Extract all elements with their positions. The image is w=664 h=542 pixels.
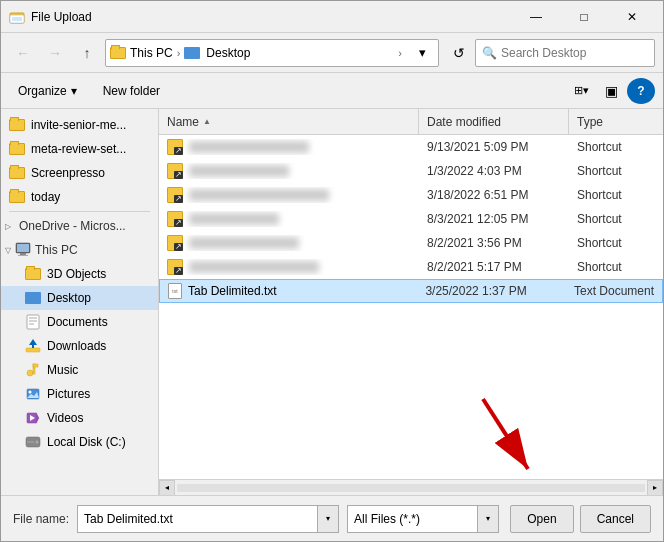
documents-icon xyxy=(25,314,41,330)
file-date-cell: 8/2/2021 5:17 PM xyxy=(419,260,569,274)
organize-button[interactable]: Organize ▾ xyxy=(9,78,86,104)
file-list: 9/13/2021 5:09 PM Shortcut 1/3/2022 4:03… xyxy=(159,135,663,479)
filetype-select[interactable]: All Files (*.*) xyxy=(347,505,477,533)
open-button[interactable]: Open xyxy=(510,505,573,533)
sidebar-item-invite-senior[interactable]: invite-senior-me... xyxy=(1,113,158,137)
file-type-cell: Shortcut xyxy=(569,140,663,154)
blurred-filename xyxy=(189,141,309,153)
videos-icon xyxy=(25,410,41,426)
pictures-icon xyxy=(25,386,41,402)
sidebar-item-downloads[interactable]: Downloads xyxy=(1,334,158,358)
blurred-filename xyxy=(189,165,289,177)
dialog-icon xyxy=(9,9,25,25)
sidebar-item-today[interactable]: today xyxy=(1,185,158,209)
filetype-wrapper: All Files (*.*) ▾ xyxy=(347,505,499,533)
scroll-track[interactable] xyxy=(177,484,645,492)
sidebar-item-3d-objects[interactable]: 3D Objects xyxy=(1,262,158,286)
file-name-cell: txt Tab Delimited.txt xyxy=(160,283,417,299)
folder-icon xyxy=(25,266,41,282)
sidebar-item-meta-review[interactable]: meta-review-set... xyxy=(1,137,158,161)
svg-rect-7 xyxy=(27,315,39,329)
sidebar-onedrive[interactable]: ▷ OneDrive - Micros... xyxy=(1,214,158,238)
filename-dropdown-button[interactable]: ▾ xyxy=(317,505,339,533)
file-list-header: Name ▲ Date modified Type xyxy=(159,109,663,135)
search-input[interactable] xyxy=(501,46,651,60)
column-date-modified[interactable]: Date modified xyxy=(419,109,569,134)
svg-point-14 xyxy=(27,370,33,376)
search-icon: 🔍 xyxy=(482,46,497,60)
address-bar: This PC › Desktop › ▾ xyxy=(105,39,439,67)
svg-point-18 xyxy=(29,391,32,394)
file-type-cell: Shortcut xyxy=(569,164,663,178)
help-button[interactable]: ? xyxy=(627,78,655,104)
column-name[interactable]: Name ▲ xyxy=(159,109,419,134)
address-separator-2: › xyxy=(398,47,402,59)
svg-point-24 xyxy=(36,441,39,444)
file-date-cell: 3/25/2022 1:37 PM xyxy=(417,284,566,298)
forward-button[interactable]: → xyxy=(41,39,69,67)
column-type[interactable]: Type xyxy=(569,109,663,134)
file-type-cell: Text Document xyxy=(566,284,662,298)
svg-rect-16 xyxy=(33,364,38,367)
desktop-small-icon xyxy=(184,47,200,59)
svg-rect-6 xyxy=(18,255,28,256)
file-upload-dialog: File Upload — □ ✕ ← → ↑ This PC › Deskto… xyxy=(0,0,664,542)
preview-pane-button[interactable]: ▣ xyxy=(597,78,625,104)
sidebar-item-music[interactable]: Music xyxy=(1,358,158,382)
new-folder-button[interactable]: New folder xyxy=(94,78,169,104)
shortcut-icon xyxy=(167,187,183,203)
shortcut-icon xyxy=(167,163,183,179)
navigation-toolbar: ← → ↑ This PC › Desktop › ▾ ↺ 🔍 xyxy=(1,33,663,73)
folder-icon xyxy=(9,165,25,181)
sidebar-item-desktop[interactable]: Desktop xyxy=(1,286,158,310)
view-options-button[interactable]: ⊞▾ xyxy=(567,78,595,104)
hdd-icon xyxy=(25,434,41,450)
up-button[interactable]: ↑ xyxy=(73,39,101,67)
title-bar: File Upload — □ ✕ xyxy=(1,1,663,33)
scroll-right-button[interactable]: ▸ xyxy=(647,480,663,496)
table-row[interactable]: 8/3/2021 12:05 PM Shortcut xyxy=(159,207,663,231)
file-date-cell: 8/2/2021 3:56 PM xyxy=(419,236,569,250)
table-row[interactable]: 8/2/2021 5:17 PM Shortcut xyxy=(159,255,663,279)
refresh-button[interactable]: ↺ xyxy=(447,41,471,65)
svg-rect-11 xyxy=(26,348,40,352)
folder-icon xyxy=(9,117,25,133)
svg-rect-5 xyxy=(20,253,26,255)
filetype-dropdown-button[interactable]: ▾ xyxy=(477,505,499,533)
file-date-cell: 1/3/2022 4:03 PM xyxy=(419,164,569,178)
table-row[interactable]: 1/3/2022 4:03 PM Shortcut xyxy=(159,159,663,183)
scroll-left-button[interactable]: ◂ xyxy=(159,480,175,496)
table-row[interactable]: 9/13/2021 5:09 PM Shortcut xyxy=(159,135,663,159)
sidebar-item-documents[interactable]: Documents xyxy=(1,310,158,334)
address-dropdown-button[interactable]: ▾ xyxy=(410,41,434,65)
address-pc-icon xyxy=(110,47,126,59)
sidebar-divider-1 xyxy=(9,211,150,212)
expand-arrow-icon: ▽ xyxy=(5,246,11,255)
table-row[interactable]: 8/2/2021 3:56 PM Shortcut xyxy=(159,231,663,255)
close-button[interactable]: ✕ xyxy=(609,2,655,32)
sidebar: invite-senior-me... meta-review-set... S… xyxy=(1,109,159,495)
dialog-title: File Upload xyxy=(31,10,513,24)
file-date-cell: 3/18/2022 6:51 PM xyxy=(419,188,569,202)
shortcut-icon xyxy=(167,259,183,275)
maximize-button[interactable]: □ xyxy=(561,2,607,32)
sidebar-this-pc[interactable]: ▽ This PC xyxy=(1,238,158,262)
music-icon xyxy=(25,362,41,378)
blurred-filename xyxy=(189,237,299,249)
sidebar-item-screenpresso[interactable]: Screenpresso xyxy=(1,161,158,185)
sidebar-item-videos[interactable]: Videos xyxy=(1,406,158,430)
table-row[interactable]: 3/18/2022 6:51 PM Shortcut xyxy=(159,183,663,207)
bottom-bar: File name: ▾ All Files (*.*) ▾ Open Canc… xyxy=(1,495,663,541)
file-date-cell: 9/13/2021 5:09 PM xyxy=(419,140,569,154)
svg-marker-12 xyxy=(29,339,37,345)
file-type-cell: Shortcut xyxy=(569,260,663,274)
table-row[interactable]: txt Tab Delimited.txt 3/25/2022 1:37 PM … xyxy=(159,279,663,303)
filename-input[interactable] xyxy=(77,505,317,533)
back-button[interactable]: ← xyxy=(9,39,37,67)
minimize-button[interactable]: — xyxy=(513,2,559,32)
address-this-pc: This PC xyxy=(130,46,173,60)
sidebar-item-pictures[interactable]: Pictures xyxy=(1,382,158,406)
cancel-button[interactable]: Cancel xyxy=(580,505,651,533)
horizontal-scrollbar[interactable]: ◂ ▸ xyxy=(159,479,663,495)
sidebar-item-local-disk[interactable]: Local Disk (C:) xyxy=(1,430,158,454)
